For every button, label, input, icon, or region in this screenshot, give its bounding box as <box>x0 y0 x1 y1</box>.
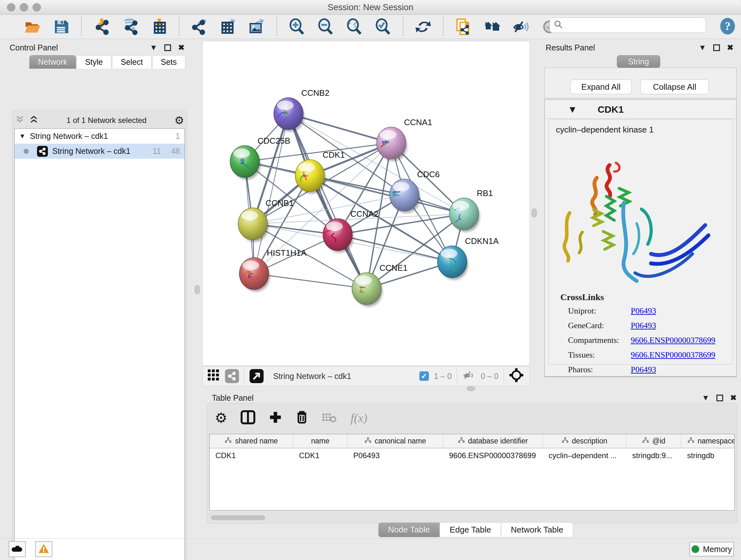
float-panel-icon[interactable]: ▼ <box>702 394 710 401</box>
table-horizontal-scrollbar[interactable] <box>211 515 265 520</box>
search-input[interactable] <box>566 21 702 30</box>
import-network-database-icon[interactable] <box>121 18 139 36</box>
network-collection-row[interactable]: ▼ String Network – cdk1 1 <box>15 129 185 144</box>
crosslink-link[interactable]: P06493 <box>631 365 656 374</box>
network-edge[interactable] <box>338 235 452 262</box>
maximize-panel-icon[interactable] <box>713 44 720 51</box>
hide-graphics-icon[interactable] <box>512 18 530 36</box>
selected-count: 1 – 0 <box>434 372 452 381</box>
memory-status-icon <box>691 545 699 553</box>
tab-string[interactable]: String <box>617 55 660 68</box>
tab-sets[interactable]: Sets <box>152 55 185 69</box>
selected-checkbox-icon[interactable]: ✓ <box>419 371 429 381</box>
network-canvas[interactable]: CCNB2 CCNA1 CDC25B CDK1 CDC6 RB1 CCNB1 <box>202 41 530 366</box>
network-row[interactable]: String Network – cdk1 11 48 <box>15 144 185 159</box>
float-panel-icon[interactable]: ▼ <box>698 44 706 51</box>
column-header-databaseidentifier[interactable]: database identifier <box>443 434 543 448</box>
column-header-description[interactable]: description <box>543 434 626 448</box>
column-header-namespace[interactable]: namespace <box>681 434 735 448</box>
delete-column-trash-icon[interactable] <box>295 410 308 426</box>
collapse-icon[interactable]: ▼ <box>19 132 25 140</box>
close-panel-icon[interactable]: ✖ <box>178 44 185 51</box>
network-node-CCNB1[interactable]: CCNB1 <box>238 198 293 242</box>
network-node-RB1[interactable]: RB1 <box>449 188 493 232</box>
network-node-HIST1H1A[interactable]: HIST1H1A <box>239 248 307 292</box>
node-label: CDK1 <box>323 150 345 160</box>
crosslink-link[interactable]: P06493 <box>631 321 656 330</box>
import-table-file-icon[interactable] <box>150 18 168 36</box>
bottom-splitter-handle[interactable] <box>467 386 475 391</box>
open-in-window-icon[interactable] <box>250 369 264 383</box>
float-panel-icon[interactable]: ▼ <box>150 44 157 51</box>
column-header-name[interactable]: name <box>293 434 347 448</box>
table-cell[interactable]: CDK1 <box>293 448 347 463</box>
network-node-CDKN1A[interactable]: CDKN1A <box>437 236 499 280</box>
cloud-button[interactable] <box>9 541 26 557</box>
close-panel-icon[interactable]: ✖ <box>730 394 737 401</box>
expand-all-button[interactable]: Expand All <box>570 79 631 94</box>
close-panel-icon[interactable]: ✖ <box>727 44 733 51</box>
table-cell[interactable]: P06493 <box>347 448 443 463</box>
table-cell[interactable]: stringdb <box>681 448 735 463</box>
memory-button[interactable]: Memory <box>689 542 734 557</box>
save-session-icon[interactable] <box>52 18 70 36</box>
zoom-fit-icon[interactable] <box>345 18 363 36</box>
collapse-all-tree-icon[interactable] <box>15 115 24 126</box>
export-image-icon[interactable] <box>248 18 266 36</box>
zoom-in-icon[interactable] <box>288 18 306 36</box>
warnings-button[interactable] <box>35 541 52 557</box>
table-row[interactable]: CDK1CDK1P064939606.ENSP00000378699cyclin… <box>210 448 734 463</box>
export-table-icon[interactable] <box>219 18 237 36</box>
network-node-CCNE1[interactable]: CCNE1 <box>352 263 408 307</box>
table-cell[interactable]: stringdb:9... <box>626 448 681 463</box>
search-icon <box>554 20 563 30</box>
collapse-all-button[interactable]: Collapse All <box>641 79 709 94</box>
network-edge[interactable] <box>310 176 464 214</box>
crosslink-link[interactable]: 9606.ENSP00000378699 <box>631 350 716 360</box>
show-columns-icon[interactable] <box>241 410 255 426</box>
tab-network[interactable]: Network <box>29 55 76 69</box>
gene-header-row[interactable]: ▼ CDK1 <box>545 100 736 119</box>
table-settings-gear-icon[interactable]: ⚙ <box>215 410 227 426</box>
tab-network-table[interactable]: Network Table <box>501 522 573 537</box>
tab-edge-table[interactable]: Edge Table <box>440 522 501 537</box>
network-icon <box>37 146 48 157</box>
network-edge[interactable] <box>288 114 367 289</box>
maximize-panel-icon[interactable] <box>717 395 723 401</box>
refresh-icon[interactable] <box>414 18 432 36</box>
table-cell[interactable]: 9606.ENSP00000378699 <box>443 448 543 463</box>
tab-select[interactable]: Select <box>112 55 151 69</box>
network-node-CCNB2[interactable]: CCNB2 <box>274 88 329 132</box>
node-label: CCNE1 <box>380 263 408 273</box>
zoom-out-icon[interactable] <box>317 18 334 36</box>
collapse-entry-icon[interactable]: ▼ <box>568 104 577 115</box>
add-column-icon[interactable] <box>269 411 282 425</box>
homes-icon[interactable] <box>483 18 501 36</box>
column-header-sharedname[interactable]: shared name <box>210 434 293 448</box>
clone-network-icon[interactable] <box>455 18 472 36</box>
crosslink-link[interactable]: 9606.ENSP00000378699 <box>631 335 716 345</box>
network-options-gear-icon[interactable]: ⚙ <box>175 114 184 127</box>
network-node-CCNA1[interactable]: CCNA1 <box>377 118 432 161</box>
network-edge[interactable] <box>254 273 367 289</box>
birdseye-view-icon[interactable] <box>225 369 239 383</box>
tab-node-table[interactable]: Node Table <box>378 522 440 537</box>
left-splitter-handle[interactable] <box>195 285 200 294</box>
import-network-file-icon[interactable] <box>92 18 111 36</box>
open-session-icon[interactable] <box>23 18 42 36</box>
export-network-icon[interactable] <box>190 18 208 36</box>
column-header-id[interactable]: @id <box>626 434 681 448</box>
zoom-selected-icon[interactable] <box>374 18 392 36</box>
table-cell[interactable]: CDK1 <box>210 448 293 463</box>
right-splitter-handle[interactable] <box>532 208 537 217</box>
tab-style[interactable]: Style <box>77 55 112 69</box>
help-icon[interactable]: ? <box>719 17 737 37</box>
expand-all-tree-icon[interactable] <box>29 115 39 126</box>
grid-view-icon[interactable] <box>207 369 220 383</box>
column-header-canonicalname[interactable]: canonical name <box>347 434 443 448</box>
table-cell[interactable]: cyclin–dependent ... <box>543 448 626 463</box>
crosslink-link[interactable]: P06493 <box>631 306 656 315</box>
fit-selected-crosshair-icon[interactable] <box>509 368 524 384</box>
node-table[interactable]: shared namenamecanonical namedatabase id… <box>209 434 735 510</box>
maximize-panel-icon[interactable] <box>164 44 171 51</box>
